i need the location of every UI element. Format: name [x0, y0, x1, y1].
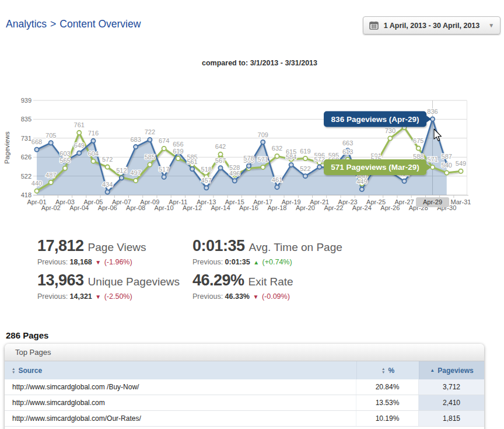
svg-text:613: 613 [342, 148, 353, 155]
column-label: % [388, 367, 394, 375]
svg-text:716: 716 [88, 130, 99, 137]
svg-text:461: 461 [272, 176, 282, 183]
svg-text:619: 619 [173, 148, 183, 155]
pageviews-cell: 2,410 [419, 395, 484, 410]
svg-text:722: 722 [145, 128, 155, 135]
svg-text:585: 585 [145, 154, 155, 161]
svg-text:604: 604 [88, 150, 99, 157]
column-header-source[interactable]: ▲▼ Source [5, 361, 356, 379]
change-percent: (-2.50%) [104, 292, 132, 301]
previous-label: Previous: [192, 292, 223, 301]
stat-exit-rate: 46.29%Exit Rate Previous: 46.33% ▼ (-0.0… [192, 271, 342, 301]
sort-asc-icon: ▲ [430, 368, 435, 373]
trend-down-icon: ▼ [95, 259, 101, 266]
svg-text:540: 540 [442, 162, 452, 169]
svg-text:571: 571 [427, 156, 438, 163]
change-percent: (+0.74%) [262, 258, 292, 266]
previous-label: Previous: [37, 292, 68, 301]
svg-text:Mar-31: Mar-31 [451, 198, 471, 205]
panel-title: Top Pages [5, 344, 484, 361]
svg-text:603: 603 [60, 150, 70, 157]
svg-text:587: 587 [442, 153, 452, 160]
svg-text:626: 626 [21, 154, 32, 161]
svg-text:683: 683 [130, 136, 141, 143]
column-header-percent[interactable]: ▲▼ % [356, 361, 419, 379]
breadcrumb-section-link[interactable]: Analytics [6, 18, 47, 30]
svg-text:649: 649 [74, 142, 85, 149]
stat-avg-time: 0:01:35Avg. Time on Page Previous: 0:01:… [192, 237, 342, 266]
exit-rate-value: 46.29% [192, 271, 244, 289]
svg-text:761: 761 [74, 121, 85, 128]
svg-text:656: 656 [173, 141, 183, 148]
svg-text:939: 939 [21, 97, 32, 104]
previous-value: 14,321 [70, 292, 92, 301]
svg-text:565: 565 [60, 157, 70, 164]
svg-text:418: 418 [21, 191, 32, 198]
svg-text:434: 434 [102, 181, 113, 188]
svg-text:836 Pageviews (Apr-29): 836 Pageviews (Apr-29) [331, 115, 419, 124]
svg-text:588: 588 [413, 153, 424, 160]
stats-right-column: 0:01:35Avg. Time on Page Previous: 0:01:… [192, 237, 342, 306]
previous-label: Previous: [37, 258, 68, 266]
page-views-value: 17,812 [37, 237, 84, 254]
svg-text:578: 578 [243, 155, 254, 162]
avg-time-label: Avg. Time on Page [249, 241, 342, 253]
svg-text:517: 517 [159, 166, 169, 173]
pageviews-cell: 1,815 [419, 411, 484, 426]
exit-rate-label: Exit Rate [249, 275, 293, 288]
previous-value: 18,168 [70, 258, 92, 266]
previous-value: 46.33% [225, 292, 250, 301]
svg-text:642: 642 [215, 143, 226, 150]
column-label: Source [18, 367, 42, 375]
svg-text:Apr-09: Apr-09 [140, 198, 159, 205]
percent-cell: 10.19% [356, 411, 419, 426]
avg-time-value: 0:01:35 [192, 237, 245, 254]
trend-up-icon: ▲ [253, 259, 259, 266]
svg-text:Apr-11: Apr-11 [169, 198, 187, 205]
source-cell[interactable]: http://www.simcardglobal.com/Our-Rates/ [5, 411, 356, 426]
svg-text:572: 572 [102, 156, 113, 163]
svg-text:675: 675 [413, 137, 424, 144]
sort-both-icon: ▲▼ [382, 367, 385, 374]
svg-text:Apr-21: Apr-21 [310, 198, 329, 205]
svg-text:487: 487 [46, 172, 56, 179]
svg-text:496: 496 [229, 170, 240, 177]
source-cell[interactable]: http://www.simcardglobal.com [5, 395, 356, 410]
svg-text:518: 518 [201, 166, 212, 173]
svg-text:512: 512 [116, 167, 127, 174]
stat-page-views: 17,812Page Views Previous: 18,168 ▼ (-1.… [37, 237, 180, 266]
source-cell[interactable]: http://www.simcardglobal.com /Buy-Now/ [5, 379, 356, 395]
svg-text:836: 836 [427, 108, 438, 115]
pages-count-title: 286 Pages [6, 330, 48, 340]
previous-label: Previous: [192, 258, 223, 266]
trend-down-icon: ▼ [95, 294, 101, 300]
svg-text:Apr-25: Apr-25 [366, 198, 386, 205]
breadcrumb-separator: > [50, 18, 56, 30]
svg-text:449: 449 [356, 178, 367, 185]
svg-text:Apr-01: Apr-01 [27, 198, 46, 205]
svg-text:561: 561 [187, 158, 197, 165]
svg-text:Apr-23: Apr-23 [338, 198, 358, 205]
svg-text:Apr-15: Apr-15 [225, 198, 244, 205]
table-row: http://www.simcardglobal.com13.53%2,410 [5, 395, 484, 411]
top-pages-panel: Top Pages ▲▼ Source ▲▼ % ▲ Pageviews htt… [5, 344, 484, 429]
change-percent: (-0.09%) [262, 292, 290, 301]
svg-text:Pageviews: Pageviews [4, 131, 10, 164]
date-range-picker-button[interactable]: 1 April, 2013 - 30 April, 2013 ▼ [363, 16, 501, 34]
table-column-headers: ▲▼ Source ▲▼ % ▲ Pageviews [5, 361, 484, 379]
svg-text:730: 730 [385, 127, 396, 134]
pageviews-cell: 3,712 [419, 379, 484, 395]
svg-text:731: 731 [21, 135, 32, 142]
svg-text:Apr-19: Apr-19 [282, 198, 301, 205]
date-range-label: 1 April, 2013 - 30 April, 2013 [384, 22, 480, 30]
svg-text:571: 571 [258, 156, 268, 163]
svg-text:Apr-03: Apr-03 [55, 198, 75, 205]
svg-text:522: 522 [300, 165, 310, 172]
pageviews-comparison-chart[interactable]: 418522626731835939PageviewsApr-02Apr-04A… [0, 93, 504, 219]
column-header-pageviews[interactable]: ▲ Pageviews [419, 361, 484, 379]
previous-value: 0:01:35 [225, 258, 250, 266]
page-views-label: Page Views [88, 241, 146, 253]
svg-text:571 Pageviews (Mar-29): 571 Pageviews (Mar-29) [331, 163, 419, 172]
svg-text:619: 619 [300, 148, 310, 155]
chevron-down-icon: ▼ [488, 22, 494, 29]
